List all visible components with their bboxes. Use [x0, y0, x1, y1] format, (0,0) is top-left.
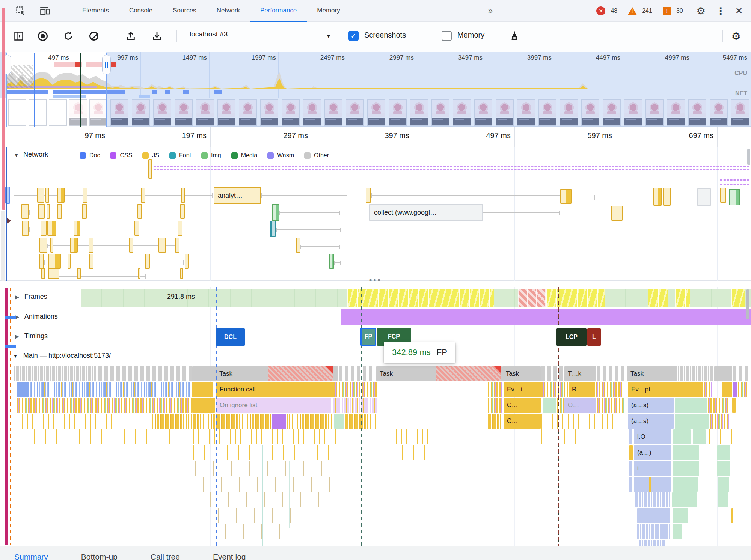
bottom-tab-summary[interactable]: Summary	[14, 546, 65, 560]
toggle-sidebar-icon[interactable]	[11, 27, 27, 45]
panel-resizer-handle[interactable]: •••	[361, 276, 390, 285]
flame-slivers[interactable]	[17, 414, 113, 429]
flame-block[interactable]	[673, 461, 699, 476]
memory-label[interactable]: Memory	[457, 31, 484, 39]
settings-gear-icon[interactable]: ⚙	[697, 5, 706, 17]
flame-block[interactable]	[717, 445, 730, 460]
network-request-bar[interactable]	[178, 221, 182, 236]
dcl-marker-badge[interactable]: DCL	[216, 328, 245, 346]
screenshot-thumbnail[interactable]	[389, 99, 407, 126]
flame-slivers[interactable]	[738, 382, 747, 397]
network-request-bar[interactable]	[82, 204, 87, 219]
network-request-bar[interactable]	[38, 204, 45, 219]
network-request-bar[interactable]	[185, 254, 189, 269]
network-request-bar[interactable]	[68, 254, 71, 269]
screenshot-thumbnail[interactable]	[175, 99, 193, 126]
download-profile-icon[interactable]	[149, 27, 165, 45]
flame-block-c[interactable]: C…	[504, 414, 541, 429]
flame-block[interactable]	[675, 398, 707, 413]
network-request-bar[interactable]	[89, 254, 93, 269]
screenshot-thumbnail[interactable]	[196, 99, 214, 126]
flame-block[interactable]	[272, 414, 286, 429]
screenshots-checkbox[interactable]: ✓	[348, 31, 359, 41]
frames-track[interactable]: ▶Frames 291.8 ms	[0, 288, 751, 307]
network-request-bar[interactable]	[175, 238, 179, 253]
flame-slivers[interactable]	[710, 414, 729, 429]
flame-block[interactable]	[629, 445, 633, 460]
flame-block[interactable]	[673, 477, 698, 492]
network-request-bar[interactable]	[137, 204, 142, 219]
flame-block-event[interactable]: Ev…t	[504, 382, 541, 397]
timeline-overview[interactable]: CPU NET 497 ms997 ms1497 ms1997 ms2497 m…	[0, 52, 751, 98]
network-request-bar[interactable]	[720, 188, 726, 203]
flame-block-c[interactable]: C…	[504, 398, 541, 413]
network-request-bar[interactable]	[48, 268, 59, 279]
flame-block[interactable]	[675, 414, 709, 429]
network-request-bar[interactable]	[57, 188, 65, 203]
screenshot-thumbnail[interactable]	[710, 99, 728, 126]
collapse-triangle-icon[interactable]: ▼	[13, 353, 18, 359]
upload-profile-icon[interactable]	[122, 27, 139, 45]
flame-slivers[interactable]	[488, 398, 502, 413]
flame-slivers[interactable]	[541, 382, 568, 397]
flame-block[interactable]	[672, 492, 697, 507]
flame-block-io[interactable]: i.O	[634, 429, 671, 444]
bottom-tab-call-tree[interactable]: Call tree	[134, 546, 196, 560]
network-request-bar[interactable]	[77, 268, 81, 279]
flame-block-task[interactable]: Task	[627, 366, 677, 381]
flame-slivers[interactable]	[733, 366, 749, 381]
flame-block-function-call[interactable]: Function call	[216, 382, 333, 397]
screenshot-thumbnail[interactable]	[560, 99, 578, 126]
flame-slivers[interactable]	[629, 461, 632, 476]
flame-slivers[interactable]	[597, 398, 624, 413]
network-request-bar[interactable]	[158, 238, 166, 253]
bottom-tab-event-log[interactable]: Event log	[196, 546, 262, 560]
font-request-bar[interactable]	[270, 221, 276, 237]
network-request-bar[interactable]	[129, 238, 133, 253]
network-request-bar[interactable]	[37, 188, 44, 203]
network-request-bar[interactable]	[611, 206, 623, 221]
inspect-element-icon[interactable]	[11, 0, 30, 22]
flame-slivers[interactable]	[629, 477, 633, 492]
network-request-bar[interactable]	[48, 254, 61, 269]
screenshot-thumbnail[interactable]	[688, 99, 706, 126]
screenshot-thumbnail[interactable]	[474, 99, 492, 126]
screenshot-thumbnail[interactable]	[496, 99, 514, 126]
flame-slivers[interactable]	[391, 445, 428, 460]
flame-slivers[interactable]	[210, 492, 323, 507]
animations-track[interactable]: ▶Animations	[0, 308, 751, 326]
flame-slivers[interactable]	[391, 429, 434, 444]
flame-block[interactable]	[649, 477, 651, 492]
garbage-collect-icon[interactable]	[506, 27, 523, 45]
flame-slivers[interactable]	[597, 366, 626, 381]
network-request-bar[interactable]	[180, 268, 183, 279]
flame-slivers[interactable]	[333, 398, 377, 413]
flame-block[interactable]	[673, 445, 699, 460]
flame-slivers[interactable]	[596, 382, 624, 397]
flame-block[interactable]	[717, 461, 730, 476]
flame-block[interactable]	[17, 382, 29, 397]
flame-block[interactable]	[192, 398, 215, 413]
screenshot-thumbnail[interactable]	[153, 99, 171, 126]
network-request-bar[interactable]	[21, 204, 29, 219]
warning-icon[interactable]	[628, 7, 637, 15]
network-request-collect[interactable]: collect (www.googl…	[369, 204, 483, 221]
flame-slivers[interactable]	[635, 492, 671, 507]
memory-checkbox[interactable]	[442, 31, 452, 41]
img-request-bar[interactable]	[329, 254, 334, 269]
clear-icon[interactable]	[86, 27, 102, 45]
network-request-bar[interactable]	[47, 204, 50, 219]
screenshot-thumbnail[interactable]	[132, 99, 150, 126]
screenshot-thumbnail[interactable]	[667, 99, 685, 126]
screenshot-thumbnail[interactable]	[581, 99, 599, 126]
network-request-bar[interactable]	[70, 238, 78, 253]
screenshot-thumbnail[interactable]	[217, 99, 235, 126]
network-request-bar[interactable]	[141, 188, 145, 203]
network-request-bar[interactable]	[181, 188, 185, 203]
flame-block[interactable]	[714, 366, 732, 381]
flame-block-r[interactable]: R…	[569, 382, 595, 397]
screenshot-thumbnail[interactable]	[282, 99, 300, 126]
tab-performance[interactable]: Performance	[250, 0, 307, 22]
flame-block[interactable]	[543, 398, 556, 413]
flame-block-task[interactable]: T…k	[564, 366, 596, 381]
